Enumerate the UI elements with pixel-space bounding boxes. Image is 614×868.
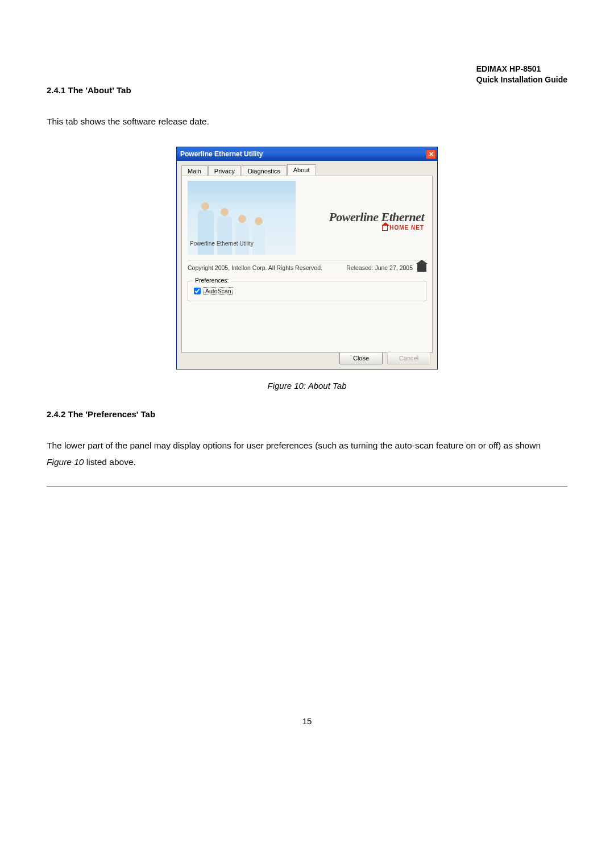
body-242-b: listed above.	[84, 457, 135, 467]
copyright-text: Copyright 2005, Intellon Corp. All Right…	[188, 264, 322, 271]
about-hero: Powerline Ethernet Utility Powerline Eth…	[188, 181, 426, 260]
brand-sub-text: HOME NET	[389, 225, 424, 231]
tabstrip: Main Privacy Diagnostics About	[177, 161, 437, 176]
tab-privacy[interactable]: Privacy	[208, 165, 241, 176]
close-icon: ✕	[429, 151, 434, 158]
body-242-a: The lower part of the panel may display …	[47, 441, 541, 450]
autoscan-checkbox[interactable]	[194, 288, 201, 294]
heading-num: 2.4.1	[47, 85, 65, 95]
brand-main: Powerline Ethernet	[329, 210, 424, 225]
body-241: This tab shows the software release date…	[47, 114, 567, 130]
home-icon	[382, 225, 388, 231]
product-name: EDIMAX HP-8501	[476, 64, 567, 74]
body-242-ref: Figure 10	[47, 457, 84, 467]
released-text: Released: June 27, 2005	[346, 264, 413, 271]
autoscan-label: AutoScan	[204, 287, 233, 295]
hero-overlay-label: Powerline Ethernet Utility	[190, 240, 254, 247]
tab-main[interactable]: Main	[181, 165, 208, 176]
preferences-group: Preferences: AutoScan	[188, 281, 426, 301]
doc-header: EDIMAX HP-8501 Quick Installation Guide	[476, 64, 567, 85]
heading-242: 2.4.2 The 'Preferences' Tab	[47, 409, 155, 419]
tab-diagnostics[interactable]: Diagnostics	[242, 165, 287, 176]
close-button[interactable]: Close	[339, 352, 383, 364]
figure-caption: Figure 10: About Tab	[0, 381, 614, 391]
brand-area: Powerline Ethernet HOME NET	[301, 181, 426, 260]
titlebar: Powerline Ethernet Utility ✕	[177, 147, 437, 161]
heading-title: The 'About' Tab	[68, 85, 131, 95]
about-dialog: Powerline Ethernet Utility ✕ Main Privac…	[176, 147, 438, 369]
cancel-button: Cancel	[387, 352, 430, 364]
tab-about[interactable]: About	[287, 164, 316, 176]
page-number: 15	[0, 716, 614, 726]
about-info-row: Copyright 2005, Intellon Corp. All Right…	[188, 264, 426, 272]
tab-body-about: Powerline Ethernet Utility Powerline Eth…	[181, 176, 433, 353]
section-divider	[47, 486, 567, 487]
window-close-button[interactable]: ✕	[426, 149, 436, 159]
hero-image: Powerline Ethernet Utility	[188, 181, 296, 255]
brand-sub: HOME NET	[382, 225, 424, 231]
heading-num: 2.4.2	[47, 409, 65, 419]
window-title: Powerline Ethernet Utility	[180, 150, 263, 158]
heading-title: The 'Preferences' Tab	[68, 409, 156, 419]
body-242: The lower part of the panel may display …	[47, 438, 567, 470]
dialog-buttons: Close Cancel	[339, 352, 430, 364]
preferences-legend: Preferences:	[193, 277, 231, 284]
doc-title: Quick Installation Guide	[476, 74, 567, 85]
heading-241: 2.4.1 The 'About' Tab	[47, 85, 131, 95]
house-icon	[417, 264, 426, 272]
